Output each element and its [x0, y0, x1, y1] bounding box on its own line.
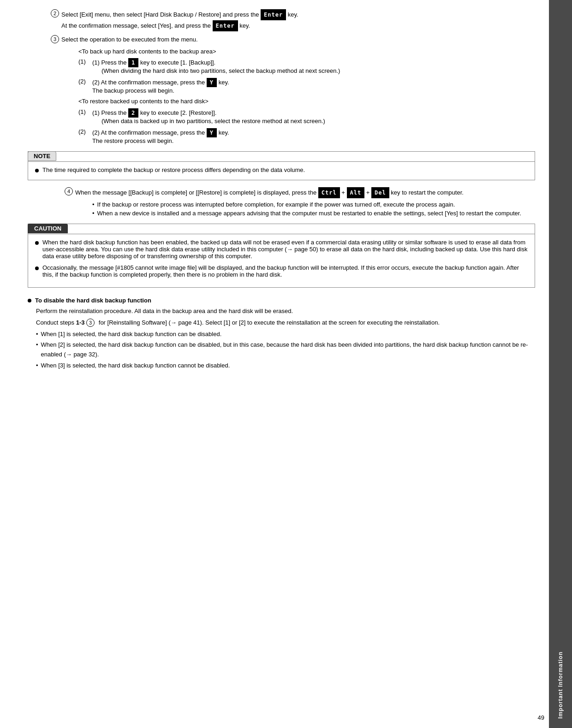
backup-label: <To back up hard disk contents to the ba… — [78, 47, 535, 57]
disable-bullet — [28, 299, 31, 302]
restore-key-y: Y — [207, 128, 217, 137]
disable-title-row: To disable the hard disk backup function — [28, 297, 535, 307]
caution-box: CAUTION When the hard disk backup functi… — [28, 224, 535, 288]
caution-item-1: When the hard disk backup function has b… — [35, 239, 528, 260]
sidebar-right: Important Information — [549, 0, 572, 728]
caution-bullet-2 — [35, 266, 39, 270]
step4-bullet-1: • If the backup or restore process was i… — [92, 201, 535, 208]
enter-key-badge-2: Enter — [213, 20, 238, 31]
enter-key-badge-1: Enter — [261, 9, 286, 20]
disable-para2: Conduct steps 1-3 3 for [Reinstalling So… — [36, 318, 535, 328]
disable-bullet-3: • When [3] is selected, the hard disk ba… — [36, 361, 535, 371]
restore-item-2: (2) (2) At the confirmation message, pre… — [78, 128, 535, 144]
caution-content: When the hard disk backup function has b… — [28, 234, 535, 287]
step4-bullet-2: • When a new device is installed and a m… — [92, 210, 535, 217]
caution-item-2: Occasionally, the message [#1805 cannot … — [35, 264, 528, 278]
restore-item-1: (1) (1) Press the 2 key to execute [2. [… — [78, 108, 535, 124]
step-2-circle: 2 — [51, 9, 59, 18]
para2-circle: 3 — [86, 319, 95, 327]
step-2-sub: At the confirmation message, select [Yes… — [61, 22, 211, 29]
page-number: 49 — [538, 714, 544, 721]
disable-bullet-2: • When [2] is selected, the hard disk ba… — [36, 340, 535, 360]
step-4-block: 4 When the message [[Backup] is complete… — [51, 187, 535, 217]
note-box: NOTE The time required to complete the b… — [28, 151, 535, 180]
ctrl-key-badge: Ctrl — [318, 187, 340, 198]
backup-item-2: (2) (2) At the confirmation message, pre… — [78, 78, 535, 94]
caution-header: CAUTION — [28, 224, 68, 233]
del-key-badge: Del — [371, 187, 389, 198]
step-2-block: 2 Select [Exit] menu, then select [Hard … — [51, 9, 535, 31]
disable-body: Perform the reinstallation procedure. Al… — [36, 307, 535, 371]
step-3-block: 3 Select the operation to be executed fr… — [51, 35, 535, 144]
note-content: The time required to complete the backup… — [28, 161, 535, 180]
disable-bullet-1: • When [1] is selected, the hard disk ba… — [36, 330, 535, 339]
caution-bullet-1 — [35, 241, 39, 245]
disable-section: To disable the hard disk backup function… — [28, 297, 535, 371]
note-header: NOTE — [28, 151, 56, 161]
note-bullet — [35, 169, 39, 172]
disable-title: To disable the hard disk backup function — [35, 297, 151, 304]
restore-key-2: 2 — [128, 108, 138, 118]
step-4-circle: 4 — [65, 187, 73, 195]
restore-label: <To restore backed up contents to the ha… — [78, 97, 535, 107]
step-2-text: Select [Exit] menu, then select [Hard Di… — [61, 9, 535, 31]
step-4-text: When the message [[Backup] is complete] … — [75, 187, 535, 198]
backup-key-y1: Y — [207, 78, 217, 87]
step-3-circle: 3 — [51, 35, 59, 43]
note-item-1: The time required to complete the backup… — [35, 166, 528, 173]
backup-key-1: 1 — [128, 58, 138, 67]
alt-key-badge: Alt — [347, 187, 365, 198]
backup-item-1: (1) (1) Press the 1 key to execute [1. [… — [78, 58, 535, 74]
step-3-text: Select the operation to be executed from… — [61, 35, 535, 44]
sidebar-label: Important Information — [557, 651, 564, 719]
